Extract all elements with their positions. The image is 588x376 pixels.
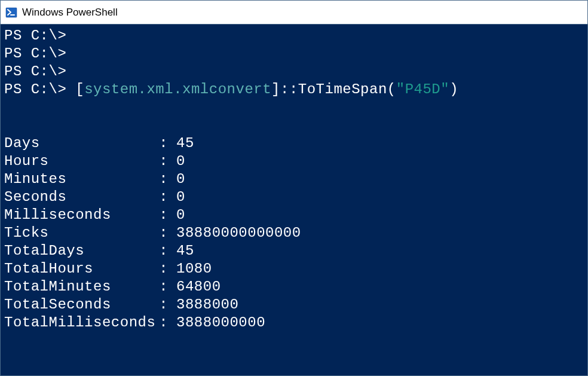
output-sep: : [159,278,176,296]
output-val: 0 [176,170,185,188]
prompt-line: PS C:\> [4,81,66,97]
output-key: Ticks [4,224,159,242]
output-line: TotalDays: 45 [4,242,584,260]
output-key: Minutes [4,170,159,188]
string-quote-close: " [440,81,449,97]
output-sep: : [159,260,176,278]
output-sep: : [159,170,176,188]
prompt-line: PS C:\> [4,27,66,44]
terminal-body[interactable]: PS C:\> PS C:\> PS C:\> PS C:\> [system.… [1,25,587,375]
output-line: TotalHours: 1080 [4,260,584,278]
output-key: Days [4,134,159,152]
type-name: system.xml.xmlconvert [84,81,271,97]
output-val: 1080 [176,260,212,278]
output-sep: : [159,242,176,260]
powershell-window: Windows PowerShell PS C:\> PS C:\> PS C:… [0,0,588,376]
output-sep: : [159,152,176,170]
output-val: 0 [176,152,185,170]
window-title: Windows PowerShell [22,7,118,19]
output-sep: : [159,188,176,206]
output-line: TotalMinutes: 64800 [4,278,584,296]
bracket-close: ] [271,81,280,97]
output-val: 0 [176,188,185,206]
bracket-open: [ [75,81,84,97]
output-val: 64800 [176,278,221,296]
output-val: 3888000000 [176,314,265,332]
output-sep: : [159,206,176,224]
prompt-line: PS C:\> [4,45,66,62]
string-quote-open: " [396,81,405,97]
output-line: Days: 45 [4,134,584,152]
output-val: 45 [176,242,194,260]
output-line: Minutes: 0 [4,170,584,188]
output-key: TotalSeconds [4,296,159,314]
output-line: Hours: 0 [4,152,584,170]
output-line: Milliseconds: 0 [4,206,584,224]
output-val: 45 [176,134,194,152]
output-key: Seconds [4,188,159,206]
output-key: TotalHours [4,260,159,278]
output-val: 0 [176,206,185,224]
output-line: TotalMilliseconds: 3888000000 [4,314,584,332]
output-key: TotalDays [4,242,159,260]
titlebar[interactable]: Windows PowerShell [1,1,587,25]
output-val: 38880000000000 [176,224,301,242]
method-call: ::ToTimeSpan( [280,81,396,97]
string-arg: P45D [405,81,441,97]
prompt-line: PS C:\> [4,63,66,80]
output-key: Milliseconds [4,206,159,224]
output-key: TotalMilliseconds [4,314,159,332]
output-sep: : [159,296,176,314]
output-val: 3888000 [176,296,238,314]
output-line: Ticks: 38880000000000 [4,224,584,242]
output-key: Hours [4,152,159,170]
output-line: TotalSeconds: 3888000 [4,296,584,314]
output-sep: : [159,224,176,242]
output-line: Seconds: 0 [4,188,584,206]
output-sep: : [159,314,176,332]
powershell-icon [5,7,17,19]
output-sep: : [159,134,176,152]
output-key: TotalMinutes [4,278,159,296]
paren-close: ) [449,81,458,97]
